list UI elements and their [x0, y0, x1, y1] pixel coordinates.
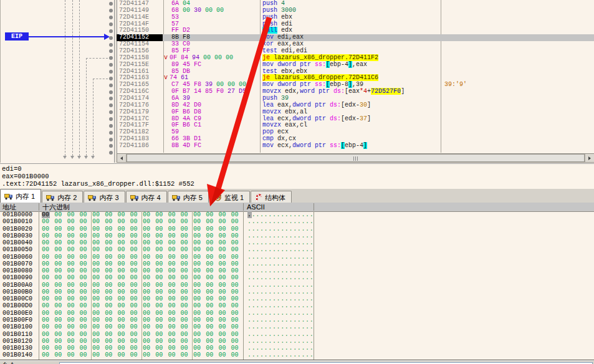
dump-byte[interactable]: 00	[193, 232, 201, 239]
breakpoint-dot[interactable]	[109, 22, 113, 26]
dump-byte[interactable]: 00	[218, 246, 226, 253]
dump-byte[interactable]: 00	[130, 302, 138, 309]
dump-byte[interactable]: 00	[42, 310, 50, 317]
dump-byte[interactable]: 00	[155, 310, 163, 317]
dump-byte[interactable]: 00	[42, 239, 50, 246]
dump-byte[interactable]: 00	[155, 282, 163, 289]
dump-byte[interactable]: 00	[231, 239, 239, 246]
disasm-row[interactable]: 72D4114E 53push ebx	[117, 14, 594, 21]
dump-byte[interactable]: 00	[92, 323, 100, 330]
dump-byte[interactable]: 00	[130, 246, 138, 253]
dump-byte[interactable]: 00	[42, 232, 50, 239]
dump-byte[interactable]: 00	[155, 239, 163, 246]
dump-byte[interactable]: 00	[42, 302, 50, 309]
dump-byte[interactable]: 00	[206, 274, 214, 281]
breakpoint-dot[interactable]	[109, 43, 113, 47]
dump-byte[interactable]: 00	[80, 261, 88, 267]
dump-byte[interactable]: 00	[231, 254, 239, 261]
dump-byte[interactable]: 00	[181, 218, 189, 225]
dump-byte[interactable]: 00	[117, 254, 125, 261]
breakpoint-dot[interactable]	[109, 63, 113, 67]
dump-row[interactable]: 001B001000.00.00.00.00.00.00.00.00.00.00…	[0, 218, 594, 225]
dump-byte[interactable]: 00	[155, 289, 163, 295]
dump-byte[interactable]: 00	[92, 345, 100, 352]
dump-byte[interactable]: 00	[42, 218, 50, 225]
dump-byte[interactable]: 00	[67, 323, 75, 330]
dump-byte[interactable]: 00	[117, 331, 125, 338]
dump-byte[interactable]: 00	[168, 261, 176, 267]
dump-byte[interactable]: 00	[130, 331, 138, 338]
dump-byte[interactable]: 00	[181, 345, 189, 352]
dump-byte[interactable]: 00	[92, 289, 100, 295]
dump-byte[interactable]: 00	[80, 267, 88, 274]
dump-byte[interactable]: 00	[155, 352, 163, 358]
dump-byte[interactable]: 00	[54, 218, 62, 225]
dump-byte[interactable]: 00	[54, 246, 62, 253]
dump-byte[interactable]: 00	[231, 246, 239, 253]
dump-row[interactable]: 001B002000.00.00.00.00.00.00.00.00.00.00…	[0, 226, 594, 232]
dump-byte[interactable]: 00	[80, 246, 88, 253]
dump-byte[interactable]: 00	[67, 274, 75, 281]
breakpoint-dot[interactable]	[109, 29, 113, 33]
dump-byte[interactable]: 00	[130, 345, 138, 352]
dump-byte[interactable]: 00	[231, 345, 239, 352]
dump-byte[interactable]: 00	[130, 323, 138, 330]
dump-byte[interactable]: 00	[105, 338, 113, 345]
dump-byte[interactable]: 00	[231, 352, 239, 358]
breakpoint-dot[interactable]	[109, 70, 113, 74]
tab-watch-1[interactable]: 监视 1	[209, 191, 250, 203]
dump-byte[interactable]: 00	[130, 211, 138, 218]
dump-byte[interactable]: 00	[80, 274, 88, 281]
scroll-right-button[interactable]	[585, 154, 594, 162]
dump-byte[interactable]: 00	[130, 261, 138, 267]
dump-byte[interactable]: 00	[143, 267, 151, 274]
dump-byte[interactable]: 00	[80, 232, 88, 239]
dump-byte[interactable]: 00	[206, 226, 214, 232]
breakpoint-dot[interactable]	[109, 90, 113, 94]
dump-row[interactable]: 001B006000.00.00.00.00.00.00.00.00.00.00…	[0, 254, 594, 261]
dump-row[interactable]: 001B014000.00.00.00.00.00.00.00.00.00.00…	[0, 352, 594, 358]
dump-byte[interactable]: 00	[193, 218, 201, 225]
dump-ascii-char[interactable]: .	[310, 232, 314, 239]
dump-byte[interactable]: 00	[218, 218, 226, 225]
scrollbar-thumb[interactable]	[127, 154, 585, 162]
dump-byte[interactable]: 00	[105, 274, 113, 281]
dump-byte[interactable]: 00	[155, 302, 163, 309]
dump-byte[interactable]: 00	[143, 352, 151, 358]
dump-byte[interactable]: 00	[42, 246, 50, 253]
dump-byte[interactable]: 00	[54, 289, 62, 295]
breakpoint-dot[interactable]	[109, 9, 113, 12]
dump-byte[interactable]: 00	[42, 261, 50, 267]
dump-byte[interactable]: 00	[143, 254, 151, 261]
dump-byte[interactable]: 00	[181, 267, 189, 274]
dump-byte[interactable]: 00	[80, 211, 88, 218]
dump-byte[interactable]: 00	[80, 338, 88, 345]
dump-byte[interactable]: 00	[92, 302, 100, 309]
dump-byte[interactable]: 00	[117, 302, 125, 309]
dump-row[interactable]: 001B003000.00.00.00.00.00.00.00.00.00.00…	[0, 232, 594, 239]
dump-byte[interactable]: 00	[206, 261, 214, 267]
dump-byte[interactable]: 00	[105, 323, 113, 330]
dump-byte[interactable]: 00	[143, 274, 151, 281]
dump-byte[interactable]: 00	[206, 352, 214, 358]
dump-byte[interactable]: 00	[80, 282, 88, 289]
dump-byte[interactable]: 00	[155, 226, 163, 232]
dump-ascii-char[interactable]: .	[310, 211, 314, 218]
dump-byte[interactable]: 00	[54, 295, 62, 302]
dump-byte[interactable]: 00	[130, 282, 138, 289]
dump-byte[interactable]: 00	[231, 317, 239, 323]
dump-byte[interactable]: 00	[231, 282, 239, 289]
dump-byte[interactable]: 00	[105, 232, 113, 239]
dump-byte[interactable]: 00	[92, 352, 100, 358]
dump-byte[interactable]: 00	[130, 338, 138, 345]
dump-byte[interactable]: 00	[206, 211, 214, 218]
dump-byte[interactable]: 00	[92, 218, 100, 225]
dump-ascii-char[interactable]: .	[310, 331, 314, 338]
dump-byte[interactable]: 00	[143, 323, 151, 330]
dump-byte[interactable]: 00	[130, 254, 138, 261]
dump-byte[interactable]: 00	[80, 218, 88, 225]
dump-byte[interactable]: 00	[67, 226, 75, 232]
dump-byte[interactable]: 00	[143, 310, 151, 317]
dump-byte[interactable]: 00	[193, 239, 201, 246]
dump-byte[interactable]: 00	[193, 274, 201, 281]
